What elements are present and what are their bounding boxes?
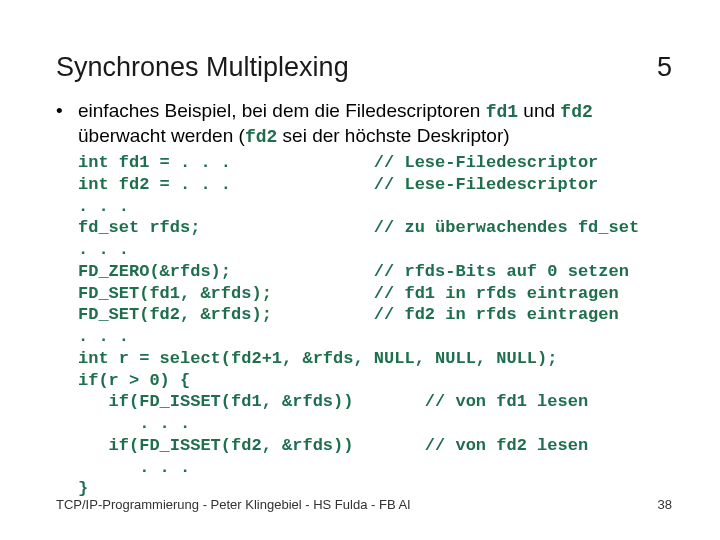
- inline-code-fd2b: fd2: [245, 127, 277, 147]
- bullet-tail: sei der höchste Deskriptor): [277, 125, 509, 146]
- bullet-after: überwacht werden (: [78, 125, 245, 146]
- title-row: Synchrones Multiplexing 5: [56, 52, 672, 83]
- footer: TCP/IP-Programmierung - Peter Klingebiel…: [56, 497, 672, 512]
- bullet-item: • einfaches Beispiel, bei dem die Filede…: [56, 99, 672, 148]
- slide-title-number: 5: [657, 52, 672, 83]
- bullet-pre: einfaches Beispiel, bei dem die Filedesc…: [78, 100, 486, 121]
- inline-code-fd1: fd1: [486, 102, 518, 122]
- page-number: 38: [658, 497, 672, 512]
- slide-title: Synchrones Multiplexing: [56, 52, 349, 83]
- slide: Synchrones Multiplexing 5 • einfaches Be…: [0, 0, 720, 540]
- bullet-mid: und: [518, 100, 560, 121]
- footer-text: TCP/IP-Programmierung - Peter Klingebiel…: [56, 497, 411, 512]
- bullet-text: einfaches Beispiel, bei dem die Filedesc…: [78, 99, 672, 148]
- bullet-mark: •: [56, 99, 78, 123]
- inline-code-fd2: fd2: [560, 102, 592, 122]
- code-block: int fd1 = . . . // Lese-Filedescriptor i…: [78, 152, 672, 500]
